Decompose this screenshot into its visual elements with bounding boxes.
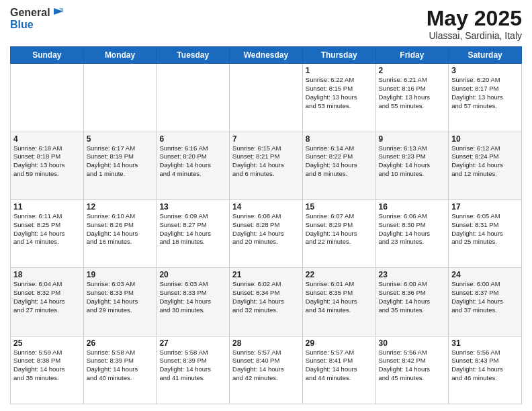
date-number: 5 — [87, 134, 154, 144]
title-block: May 2025 Ulassai, Sardinia, Italy — [427, 7, 522, 41]
table-row — [11, 64, 84, 132]
date-number: 25 — [13, 338, 81, 348]
table-row: 9Sunrise: 6:13 AM Sunset: 8:23 PM Daylig… — [375, 132, 449, 199]
cell-daylight-info: Sunrise: 6:15 AM Sunset: 8:21 PM Dayligh… — [232, 144, 300, 179]
table-row: 29Sunrise: 5:57 AM Sunset: 8:41 PM Dayli… — [302, 336, 375, 404]
cell-daylight-info: Sunrise: 6:05 AM Sunset: 8:31 PM Dayligh… — [451, 212, 519, 246]
col-wednesday: Wednesday — [230, 47, 303, 64]
table-row: 27Sunrise: 5:58 AM Sunset: 8:39 PM Dayli… — [157, 336, 230, 404]
cell-daylight-info: Sunrise: 5:57 AM Sunset: 8:41 PM Dayligh… — [306, 349, 373, 383]
logo-flag-icon — [52, 7, 64, 19]
cell-daylight-info: Sunrise: 6:22 AM Sunset: 8:15 PM Dayligh… — [306, 76, 373, 110]
table-row: 2Sunrise: 6:21 AM Sunset: 8:16 PM Daylig… — [375, 64, 449, 132]
cell-daylight-info: Sunrise: 5:56 AM Sunset: 8:42 PM Dayligh… — [379, 349, 446, 383]
date-number: 22 — [306, 270, 373, 279]
header: General Blue May 2025 Ulassai, Sardinia,… — [10, 7, 522, 41]
date-number: 20 — [159, 270, 226, 279]
date-number: 12 — [87, 202, 154, 212]
date-number: 29 — [306, 338, 373, 348]
col-thursday: Thursday — [302, 47, 375, 64]
date-number: 31 — [451, 338, 519, 348]
cell-daylight-info: Sunrise: 6:21 AM Sunset: 8:16 PM Dayligh… — [379, 76, 446, 110]
table-row: 11Sunrise: 6:11 AM Sunset: 8:25 PM Dayli… — [11, 199, 84, 267]
calendar-table: Sunday Monday Tuesday Wednesday Thursday… — [10, 46, 522, 404]
cell-daylight-info: Sunrise: 6:13 AM Sunset: 8:23 PM Dayligh… — [379, 144, 446, 179]
cell-daylight-info: Sunrise: 6:00 AM Sunset: 8:36 PM Dayligh… — [379, 280, 446, 314]
table-row: 7Sunrise: 6:15 AM Sunset: 8:21 PM Daylig… — [230, 132, 303, 199]
cell-daylight-info: Sunrise: 6:09 AM Sunset: 8:27 PM Dayligh… — [159, 212, 226, 246]
cell-daylight-info: Sunrise: 6:06 AM Sunset: 8:30 PM Dayligh… — [379, 212, 446, 246]
date-number: 1 — [306, 66, 373, 75]
table-row: 12Sunrise: 6:10 AM Sunset: 8:26 PM Dayli… — [83, 199, 157, 267]
date-number: 17 — [451, 202, 519, 212]
date-number: 13 — [159, 202, 226, 212]
table-row: 1Sunrise: 6:22 AM Sunset: 8:15 PM Daylig… — [302, 64, 375, 132]
cell-daylight-info: Sunrise: 6:20 AM Sunset: 8:17 PM Dayligh… — [451, 76, 519, 110]
cell-daylight-info: Sunrise: 6:14 AM Sunset: 8:22 PM Dayligh… — [306, 144, 373, 179]
table-row: 3Sunrise: 6:20 AM Sunset: 8:17 PM Daylig… — [449, 64, 522, 132]
calendar-week-3: 11Sunrise: 6:11 AM Sunset: 8:25 PM Dayli… — [11, 199, 522, 267]
table-row: 18Sunrise: 6:04 AM Sunset: 8:32 PM Dayli… — [11, 268, 84, 336]
date-number: 8 — [306, 134, 373, 144]
date-number: 23 — [379, 270, 446, 279]
col-tuesday: Tuesday — [157, 47, 230, 64]
cell-daylight-info: Sunrise: 5:59 AM Sunset: 8:38 PM Dayligh… — [13, 349, 81, 383]
table-row: 25Sunrise: 5:59 AM Sunset: 8:38 PM Dayli… — [11, 336, 84, 404]
cell-daylight-info: Sunrise: 5:57 AM Sunset: 8:40 PM Dayligh… — [232, 349, 300, 383]
date-number: 14 — [232, 202, 300, 212]
date-number: 10 — [451, 134, 519, 144]
table-row — [157, 64, 230, 132]
date-number: 24 — [451, 270, 519, 279]
table-row: 16Sunrise: 6:06 AM Sunset: 8:30 PM Dayli… — [375, 199, 449, 267]
cell-daylight-info: Sunrise: 6:18 AM Sunset: 8:18 PM Dayligh… — [13, 144, 81, 179]
logo: General Blue — [10, 7, 64, 31]
table-row: 30Sunrise: 5:56 AM Sunset: 8:42 PM Dayli… — [375, 336, 449, 404]
date-number: 28 — [232, 338, 300, 348]
table-row: 23Sunrise: 6:00 AM Sunset: 8:36 PM Dayli… — [375, 268, 449, 336]
cell-daylight-info: Sunrise: 6:00 AM Sunset: 8:37 PM Dayligh… — [451, 280, 519, 314]
table-row — [83, 64, 157, 132]
date-number: 6 — [159, 134, 226, 144]
table-row: 15Sunrise: 6:07 AM Sunset: 8:29 PM Dayli… — [302, 199, 375, 267]
table-row: 26Sunrise: 5:58 AM Sunset: 8:39 PM Dayli… — [83, 336, 157, 404]
col-friday: Friday — [375, 47, 449, 64]
col-sunday: Sunday — [11, 47, 84, 64]
table-row — [230, 64, 303, 132]
table-row: 4Sunrise: 6:18 AM Sunset: 8:18 PM Daylig… — [11, 132, 84, 199]
date-number: 27 — [159, 338, 226, 348]
cell-daylight-info: Sunrise: 6:12 AM Sunset: 8:24 PM Dayligh… — [451, 144, 519, 179]
cell-daylight-info: Sunrise: 6:11 AM Sunset: 8:25 PM Dayligh… — [13, 212, 81, 246]
cell-daylight-info: Sunrise: 6:04 AM Sunset: 8:32 PM Dayligh… — [13, 280, 81, 314]
calendar-week-5: 25Sunrise: 5:59 AM Sunset: 8:38 PM Dayli… — [11, 336, 522, 404]
date-number: 30 — [379, 338, 446, 348]
cell-daylight-info: Sunrise: 6:03 AM Sunset: 8:33 PM Dayligh… — [159, 280, 226, 314]
table-row: 5Sunrise: 6:17 AM Sunset: 8:19 PM Daylig… — [83, 132, 157, 199]
table-row: 28Sunrise: 5:57 AM Sunset: 8:40 PM Dayli… — [230, 336, 303, 404]
location-subtitle: Ulassai, Sardinia, Italy — [427, 30, 522, 41]
date-number: 15 — [306, 202, 373, 212]
table-row: 8Sunrise: 6:14 AM Sunset: 8:22 PM Daylig… — [302, 132, 375, 199]
table-row: 14Sunrise: 6:08 AM Sunset: 8:28 PM Dayli… — [230, 199, 303, 267]
page: General Blue May 2025 Ulassai, Sardinia,… — [0, 0, 532, 411]
cell-daylight-info: Sunrise: 6:07 AM Sunset: 8:29 PM Dayligh… — [306, 212, 373, 246]
date-number: 3 — [451, 66, 519, 75]
date-number: 2 — [379, 66, 446, 75]
calendar-week-1: 1Sunrise: 6:22 AM Sunset: 8:15 PM Daylig… — [11, 64, 522, 132]
date-number: 4 — [13, 134, 81, 144]
table-row: 20Sunrise: 6:03 AM Sunset: 8:33 PM Dayli… — [157, 268, 230, 336]
table-row: 22Sunrise: 6:01 AM Sunset: 8:35 PM Dayli… — [302, 268, 375, 336]
table-row: 19Sunrise: 6:03 AM Sunset: 8:33 PM Dayli… — [83, 268, 157, 336]
logo-blue-text: Blue — [10, 19, 64, 31]
cell-daylight-info: Sunrise: 6:01 AM Sunset: 8:35 PM Dayligh… — [306, 280, 373, 314]
table-row: 17Sunrise: 6:05 AM Sunset: 8:31 PM Dayli… — [449, 199, 522, 267]
date-number: 11 — [13, 202, 81, 212]
col-monday: Monday — [83, 47, 157, 64]
calendar-week-2: 4Sunrise: 6:18 AM Sunset: 8:18 PM Daylig… — [11, 132, 522, 199]
date-number: 7 — [232, 134, 300, 144]
table-row: 10Sunrise: 6:12 AM Sunset: 8:24 PM Dayli… — [449, 132, 522, 199]
cell-daylight-info: Sunrise: 6:02 AM Sunset: 8:34 PM Dayligh… — [232, 280, 300, 314]
date-number: 26 — [87, 338, 154, 348]
table-row: 6Sunrise: 6:16 AM Sunset: 8:20 PM Daylig… — [157, 132, 230, 199]
cell-daylight-info: Sunrise: 5:58 AM Sunset: 8:39 PM Dayligh… — [87, 349, 154, 383]
date-number: 19 — [87, 270, 154, 279]
